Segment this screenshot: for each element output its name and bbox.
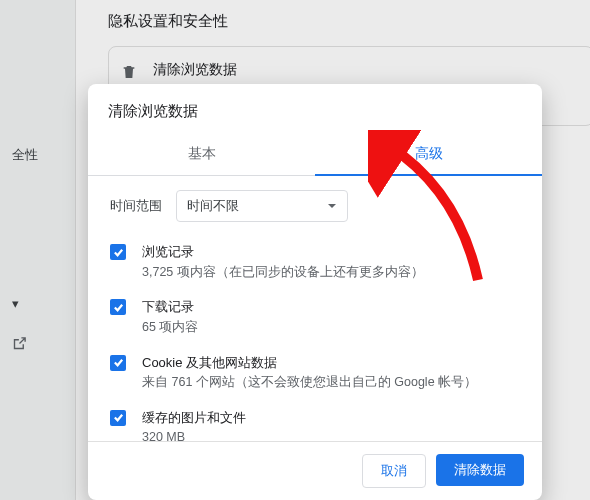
chevron-down-icon bbox=[327, 201, 337, 211]
dialog-footer: 取消 清除数据 bbox=[88, 441, 542, 500]
checkbox-item: 下载记录65 项内容 bbox=[110, 289, 520, 344]
checkbox-item: 缓存的图片和文件320 MB bbox=[110, 400, 520, 441]
item-title: 下载记录 bbox=[142, 297, 198, 317]
checkbox-item: 浏览记录3,725 项内容（在已同步的设备上还有更多内容） bbox=[110, 234, 520, 289]
time-range-select[interactable]: 时间不限 bbox=[176, 190, 348, 222]
item-title: 缓存的图片和文件 bbox=[142, 408, 246, 428]
tab-advanced[interactable]: 高级 bbox=[315, 135, 542, 175]
time-range-value: 时间不限 bbox=[187, 197, 239, 215]
time-range-label: 时间范围 bbox=[110, 197, 162, 215]
dialog-tabs: 基本 高级 bbox=[88, 135, 542, 176]
checkbox[interactable] bbox=[110, 299, 126, 315]
item-title: Cookie 及其他网站数据 bbox=[142, 353, 477, 373]
clear-browsing-data-dialog: 清除浏览数据 基本 高级 时间范围 时间不限 浏览记录3,725 项内容（在已同… bbox=[88, 84, 542, 500]
dialog-body: 时间范围 时间不限 浏览记录3,725 项内容（在已同步的设备上还有更多内容）下… bbox=[88, 176, 542, 441]
checkbox-item: Cookie 及其他网站数据来自 761 个网站（这不会致使您退出自己的 Goo… bbox=[110, 345, 520, 400]
tab-basic[interactable]: 基本 bbox=[88, 135, 315, 175]
checkbox[interactable] bbox=[110, 355, 126, 371]
item-title: 浏览记录 bbox=[142, 242, 424, 262]
item-subtitle: 来自 761 个网站（这不会致使您退出自己的 Google 帐号） bbox=[142, 373, 477, 392]
clear-data-button[interactable]: 清除数据 bbox=[436, 454, 524, 486]
checkbox[interactable] bbox=[110, 410, 126, 426]
checkbox[interactable] bbox=[110, 244, 126, 260]
item-subtitle: 320 MB bbox=[142, 428, 246, 441]
dialog-title: 清除浏览数据 bbox=[88, 84, 542, 135]
item-subtitle: 65 项内容 bbox=[142, 318, 198, 337]
item-subtitle: 3,725 项内容（在已同步的设备上还有更多内容） bbox=[142, 263, 424, 282]
cancel-button[interactable]: 取消 bbox=[362, 454, 426, 488]
